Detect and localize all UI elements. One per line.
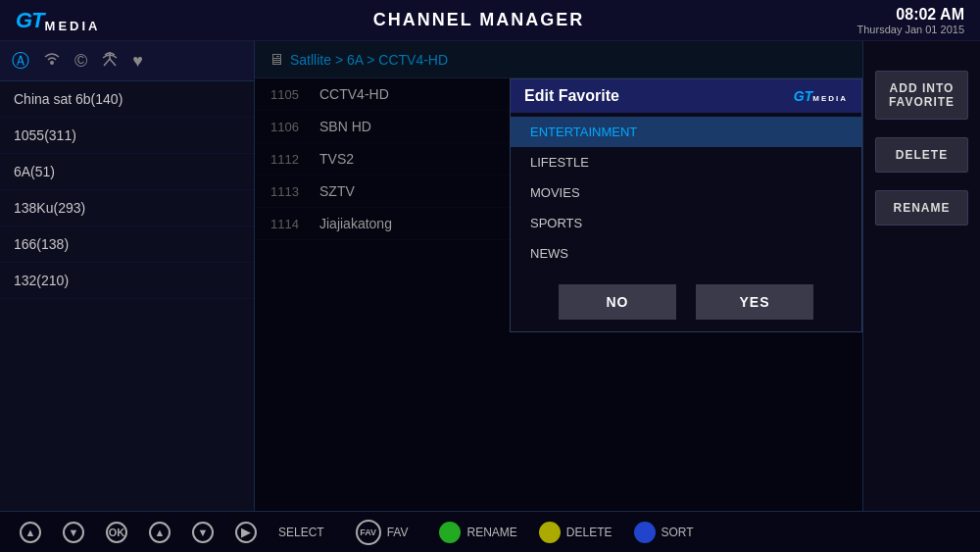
right-section: 🖥 Satllite > 6A > CCTV4-HD 1105 CCTV4-HD…: [255, 41, 980, 511]
add-into-favorite-button[interactable]: ADD INTOFAVORITE: [875, 71, 968, 120]
satellite-item[interactable]: 132(210): [0, 263, 254, 299]
favorite-category-item[interactable]: NEWS: [511, 238, 861, 269]
rename-button[interactable]: RENAME: [875, 190, 968, 226]
favorite-category-list: ENTERTAINMENT LIFESTLE MOVIES SPORTS NEW…: [511, 113, 861, 273]
filter-antenna-icon[interactable]: [101, 51, 119, 72]
satellite-item[interactable]: 1055(311): [0, 118, 254, 154]
footer-rename: RENAME: [439, 522, 516, 543]
satellite-item[interactable]: 138Ku(293): [0, 190, 254, 226]
filter-favorite-icon[interactable]: ♥: [132, 51, 143, 72]
clock: 08:02 AM: [858, 6, 964, 24]
svg-point-0: [50, 61, 54, 65]
fav-icon[interactable]: FAV: [356, 520, 381, 545]
dialog-logo: GT MEDIA: [794, 88, 848, 104]
delete-label: DELETE: [566, 526, 612, 539]
up2-arrow-icon[interactable]: ▲: [149, 522, 171, 543]
favorite-category-item[interactable]: MOVIES: [511, 177, 861, 208]
date: Thursday Jan 01 2015: [858, 24, 964, 35]
header-time: 08:02 AM Thursday Jan 01 2015: [858, 6, 964, 35]
rename-icon[interactable]: [439, 522, 461, 543]
logo-media: MEDIA: [45, 19, 101, 33]
logo: GT MEDIA: [16, 8, 100, 33]
favorite-category-item[interactable]: LIFESTLE: [511, 147, 861, 177]
footer-down2-icon: ▼: [192, 522, 214, 543]
footer-select-label: SELECT: [278, 526, 324, 539]
fav-label: FAV: [387, 526, 409, 539]
action-panel: ADD INTOFAVORITE DELETE RENAME: [862, 41, 980, 511]
footer-up2-icon: ▲: [149, 522, 171, 543]
svg-line-2: [110, 59, 116, 66]
footer-right-icon: ▶: [235, 522, 257, 543]
dialog-buttons: NO YES: [511, 273, 861, 331]
filter-copyright-icon[interactable]: ©: [74, 51, 87, 72]
footer-down-icon: ▼: [63, 522, 84, 543]
footer-delete: DELETE: [539, 522, 612, 543]
footer-fav: FAV FAV: [356, 520, 409, 545]
satellite-item[interactable]: China sat 6b(140): [0, 81, 254, 118]
dialog-logo-gt: GT: [794, 88, 812, 104]
delete-icon[interactable]: [539, 522, 561, 543]
svg-line-1: [104, 59, 110, 66]
footer-sort: SORT: [634, 522, 694, 543]
no-button[interactable]: NO: [559, 284, 676, 320]
footer-ok-icon: OK: [106, 522, 127, 543]
satellite-panel: Ⓐ © ♥ China sat 6b(140) 1055(311) 6A(51)…: [0, 41, 255, 511]
page-title: CHANNEL MANAGER: [373, 10, 585, 30]
ok-button-icon[interactable]: OK: [106, 522, 127, 543]
channel-panel: 🖥 Satllite > 6A > CCTV4-HD 1105 CCTV4-HD…: [255, 41, 862, 511]
dialog-title: Edit Favorite: [524, 87, 619, 105]
select-label: SELECT: [278, 526, 324, 539]
header: GT MEDIA CHANNEL MANAGER 08:02 AM Thursd…: [0, 0, 980, 41]
sort-icon[interactable]: [634, 522, 656, 543]
filter-signal-icon[interactable]: [43, 51, 61, 72]
sort-label: SORT: [662, 526, 694, 539]
satellite-list: China sat 6b(140) 1055(311) 6A(51) 138Ku…: [0, 81, 254, 299]
rename-label: RENAME: [466, 526, 516, 539]
favorite-category-item[interactable]: ENTERTAINMENT: [511, 117, 861, 147]
right-arrow-icon[interactable]: ▶: [235, 522, 257, 543]
down2-arrow-icon[interactable]: ▼: [192, 522, 214, 543]
dialog-overlay: Edit Favorite GT MEDIA ENTERTAINMENT LIF…: [255, 41, 862, 511]
up-arrow-icon[interactable]: ▲: [20, 522, 41, 543]
dialog-logo-media: MEDIA: [812, 94, 848, 103]
filter-all-icon[interactable]: Ⓐ: [12, 49, 29, 73]
favorite-category-item[interactable]: SPORTS: [511, 208, 861, 238]
down-arrow-icon[interactable]: ▼: [63, 522, 84, 543]
footer-up-icon: ▲: [20, 522, 41, 543]
logo-gt: GT: [16, 8, 44, 33]
yes-button[interactable]: YES: [696, 284, 813, 320]
filter-icons-bar: Ⓐ © ♥: [0, 41, 254, 81]
footer: ▲ ▼ OK ▲ ▼ ▶ SELECT FAV FAV RENAME DELET…: [0, 511, 980, 552]
dialog-header: Edit Favorite GT MEDIA: [511, 79, 861, 113]
delete-button[interactable]: DELETE: [875, 137, 968, 173]
main-content: Ⓐ © ♥ China sat 6b(140) 1055(311) 6A(51)…: [0, 41, 980, 511]
satellite-item[interactable]: 166(138): [0, 226, 254, 263]
satellite-item[interactable]: 6A(51): [0, 154, 254, 190]
edit-favorite-dialog: Edit Favorite GT MEDIA ENTERTAINMENT LIF…: [510, 78, 862, 332]
